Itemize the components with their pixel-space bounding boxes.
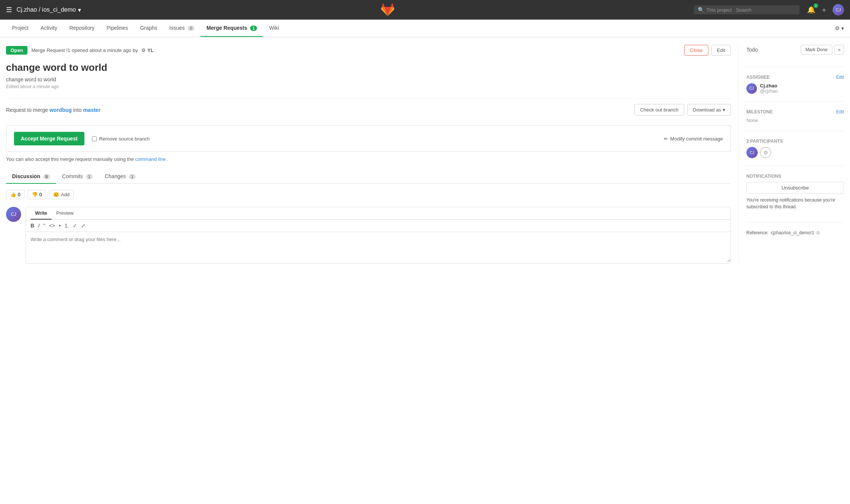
user-avatar[interactable]: CJ xyxy=(833,4,844,15)
preview-tab[interactable]: Preview xyxy=(52,207,78,220)
comment-tab-row: Write Preview xyxy=(26,207,731,220)
todo-label: Todo xyxy=(746,47,758,53)
close-merge-request-button[interactable]: Close xyxy=(684,45,708,56)
accept-merge-request-box: Accept Merge Request Remove source branc… xyxy=(6,125,731,152)
mark-done-button[interactable]: Mark Done xyxy=(801,45,833,55)
search-box[interactable]: 🔍 xyxy=(694,5,800,14)
mr-description: change word to world xyxy=(6,76,731,82)
main-container: Open Merge Request !1 opened about a min… xyxy=(0,37,850,271)
notification-info-text: You're receiving notifications because y… xyxy=(746,197,844,210)
write-tab[interactable]: Write xyxy=(31,207,52,220)
content-area: Open Merge Request !1 opened about a min… xyxy=(6,45,731,264)
discussion-count-badge: 0 xyxy=(43,174,50,179)
branch-info-row: Request to merge wordbug into master Che… xyxy=(6,98,731,121)
code-icon[interactable]: <> xyxy=(49,223,55,229)
remove-source-branch-checkbox[interactable] xyxy=(92,136,97,141)
reference-section: Reference: cjzhao/ios_ci_demo!1 ⧉ xyxy=(746,230,844,243)
remove-source-branch-group: Remove source branch xyxy=(92,136,150,142)
command-line-link[interactable]: command line xyxy=(135,156,166,162)
assignee-avatar: CJ xyxy=(746,83,757,94)
mr-meta-text: Merge Request !1 opened about a minute a… xyxy=(31,47,153,53)
nav-activity[interactable]: Activity xyxy=(35,20,63,37)
thumbs-up-reaction[interactable]: 👍 0 xyxy=(6,190,24,199)
open-status-badge: Open xyxy=(6,46,28,55)
assignee-row: CJ Cj.zhao @cjzhao xyxy=(746,83,844,94)
assignee-label: Assignee Edit xyxy=(746,75,844,80)
merge-requests-count-badge: 1 xyxy=(250,26,257,31)
assignee-edit-link[interactable]: Edit xyxy=(836,75,844,80)
participants-section: 2 participants CJ ⚙ xyxy=(746,139,844,166)
todo-section: Todo Mark Done » xyxy=(746,45,844,67)
dropdown-arrow-icon: ▾ xyxy=(723,107,725,113)
nav-issues[interactable]: Issues 0 xyxy=(164,20,200,37)
source-branch-link[interactable]: wordbug xyxy=(49,107,72,113)
add-reaction-button[interactable]: 😊 Add xyxy=(49,190,73,199)
fullscreen-icon[interactable]: ⤢ xyxy=(81,223,86,229)
thumbs-down-reaction[interactable]: 👎 0 xyxy=(28,190,46,199)
reactions-row: 👍 0 👎 0 😊 Add xyxy=(6,190,731,199)
todo-action-buttons: Mark Done » xyxy=(801,45,844,55)
edit-merge-request-button[interactable]: Edit xyxy=(711,45,731,56)
participant-avatar-1: CJ xyxy=(746,147,758,158)
nav-pipelines[interactable]: Pipelines xyxy=(101,20,134,37)
modify-commit-message-link[interactable]: ✏ Modify commit message xyxy=(664,136,723,142)
comment-textarea[interactable] xyxy=(26,232,731,262)
mr-action-buttons: Close Edit xyxy=(684,45,731,56)
target-branch-link[interactable]: master xyxy=(83,107,101,113)
commenter-avatar: CJ xyxy=(6,207,21,222)
tab-discussion[interactable]: Discussion 0 xyxy=(6,170,56,184)
milestone-label: Milestone Edit xyxy=(746,109,844,115)
ordered-list-icon[interactable]: 1. xyxy=(64,223,69,229)
sidebar: Todo Mark Done » Assignee Edit CJ Cj.zha… xyxy=(738,45,844,264)
unsubscribe-button[interactable]: Unsubscribe xyxy=(746,182,844,194)
milestone-edit-link[interactable]: Edit xyxy=(836,109,844,115)
participant-avatar-2: ⚙ xyxy=(760,147,771,158)
expand-button[interactable]: » xyxy=(835,45,844,55)
gitlab-logo xyxy=(381,3,394,17)
settings-gear[interactable]: ⚙ ▾ xyxy=(835,20,844,37)
nav-graphs[interactable]: Graphs xyxy=(134,20,164,37)
manual-merge-info: You can also accept this merge request m… xyxy=(6,156,731,162)
copy-reference-icon[interactable]: ⧉ xyxy=(816,230,820,235)
unordered-list-icon[interactable]: • xyxy=(59,223,61,229)
merge-request-header: Open Merge Request !1 opened about a min… xyxy=(6,45,731,56)
search-input[interactable] xyxy=(706,7,796,13)
checkout-branch-button[interactable]: Check out branch xyxy=(634,104,684,116)
comment-input-box: Write Preview B I " <> • 1. ✓ ⤢ xyxy=(26,207,731,264)
checklist-icon[interactable]: ✓ xyxy=(73,223,77,229)
project-title[interactable]: Cj.zhao / ios_ci_demo ▾ xyxy=(17,6,81,14)
mr-edited-text: Edited about a minute ago xyxy=(6,84,731,89)
assignee-section: Assignee Edit CJ Cj.zhao @cjzhao xyxy=(746,75,844,102)
nav-wiki[interactable]: Wiki xyxy=(263,20,285,37)
download-as-button[interactable]: Download as ▾ xyxy=(687,104,731,116)
comment-area: CJ Write Preview B I " <> • 1. ✓ ⤢ xyxy=(6,207,731,264)
sub-navigation: Project Activity Repository Pipelines Gr… xyxy=(0,20,850,37)
add-icon[interactable]: ＋ xyxy=(821,5,827,14)
hamburger-menu[interactable]: ☰ xyxy=(6,6,12,14)
participants-label: 2 participants xyxy=(746,139,844,144)
top-navigation: ☰ Cj.zhao / ios_ci_demo ▾ 🔍 🔔 1 ＋ CJ xyxy=(0,0,850,20)
changes-count-badge: 1 xyxy=(129,174,136,179)
milestone-value: None xyxy=(746,118,844,123)
assignee-name: Cj.zhao xyxy=(760,83,778,89)
nav-project[interactable]: Project xyxy=(6,20,35,37)
author-avatar-small: ⚙ xyxy=(141,47,146,53)
nav-repository[interactable]: Repository xyxy=(63,20,101,37)
accept-merge-request-button[interactable]: Accept Merge Request xyxy=(14,132,84,145)
merge-request-title: change word to world xyxy=(6,62,731,73)
assignee-info: Cj.zhao @cjzhao xyxy=(760,83,778,94)
notifications-section: Notifications Unsubscribe You're receivi… xyxy=(746,174,844,223)
todo-row: Todo Mark Done » xyxy=(746,45,844,55)
quote-icon[interactable]: " xyxy=(43,223,45,229)
notification-badge: 1 xyxy=(813,3,818,8)
milestone-section: Milestone Edit None xyxy=(746,109,844,131)
bold-icon[interactable]: B xyxy=(31,223,34,229)
discussion-tabs: Discussion 0 Commits 1 Changes 1 xyxy=(6,170,731,184)
notification-bell[interactable]: 🔔 1 xyxy=(807,6,815,14)
nav-merge-requests[interactable]: Merge Requests 1 xyxy=(200,20,263,37)
branch-merge-text: Request to merge wordbug into master xyxy=(6,107,101,113)
italic-icon[interactable]: I xyxy=(38,223,40,229)
commits-count-badge: 1 xyxy=(86,174,93,179)
tab-commits[interactable]: Commits 1 xyxy=(56,170,99,184)
tab-changes[interactable]: Changes 1 xyxy=(99,170,142,184)
